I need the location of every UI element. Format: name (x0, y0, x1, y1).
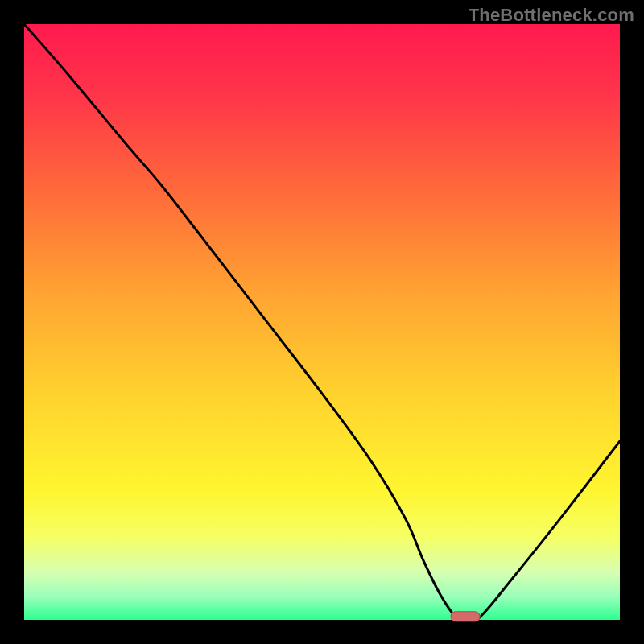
optimal-point-marker (450, 611, 480, 621)
plot-area (24, 24, 620, 620)
chart-frame: TheBottleneck.com (0, 0, 644, 644)
watermark-text: TheBottleneck.com (469, 5, 634, 26)
bottleneck-curve (24, 24, 620, 620)
